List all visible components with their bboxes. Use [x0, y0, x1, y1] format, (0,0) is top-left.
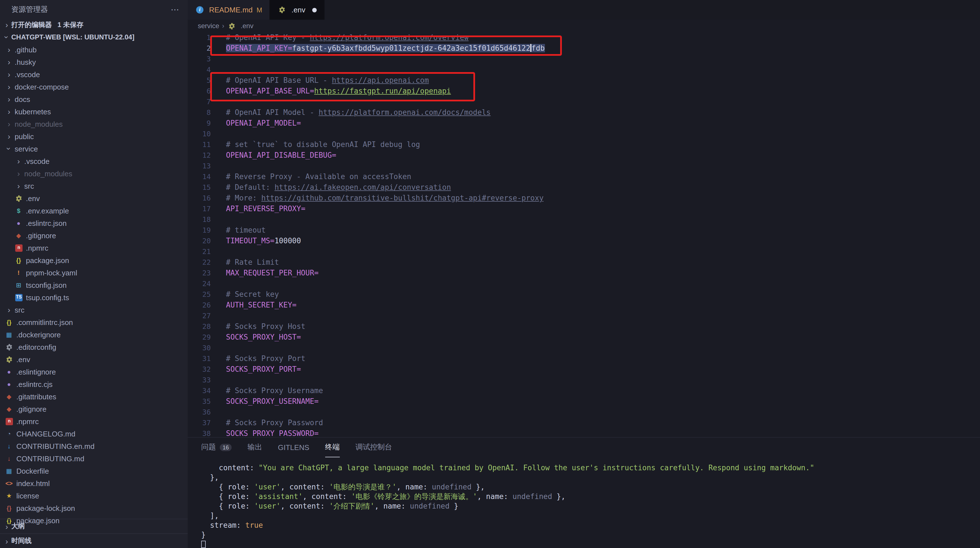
unsaved-dot-icon[interactable] — [312, 8, 317, 12]
tree-folder-kubernetes[interactable]: ›kubernetes — [0, 105, 188, 118]
explorer-title: 资源管理器 — [11, 4, 48, 14]
open-editors-section[interactable]: › 打开的编辑器 1 未保存 — [0, 19, 188, 31]
tree-folder-docs[interactable]: ›docs — [0, 93, 188, 105]
code-line-34[interactable]: 34# Socks Proxy Username — [188, 385, 980, 396]
tree-file-.env[interactable]: .env — [0, 353, 188, 365]
panel-tab-输出[interactable]: 输出 — [247, 438, 262, 457]
tree-folder-.vscode[interactable]: ›.vscode — [0, 68, 188, 81]
breadcrumb[interactable]: service›.env — [188, 20, 980, 32]
code-line-1[interactable]: 1# OpenAI API Key - https://platform.ope… — [188, 32, 980, 43]
tree-folder-docker-compose[interactable]: ›docker-compose — [0, 81, 188, 93]
breadcrumb-.env[interactable]: .env — [241, 22, 253, 30]
code-line-20[interactable]: 20TIMEOUT_MS=100000 — [188, 235, 980, 246]
tree-file-index.html[interactable]: <>index.html — [0, 477, 188, 489]
code-line-2[interactable]: 2OPENAI_API_KEY=fastgpt-y6b3axfbdd5wyp01… — [188, 43, 980, 54]
code-line-9[interactable]: 9OPENAI_API_MODEL= — [188, 118, 980, 129]
tree-file-.npmrc[interactable]: n.npmrc — [0, 415, 188, 427]
code-line-38[interactable]: 38SOCKS_PROXY_PASSWORD= — [188, 428, 980, 437]
tree-file-package.json[interactable]: {}package.json — [0, 254, 188, 267]
project-root-section[interactable]: › CHATGPT-WEB [WSL: UBUNTU-22.04] — [0, 31, 188, 43]
breadcrumb-service[interactable]: service — [198, 22, 219, 30]
tree-file-.npmrc[interactable]: n.npmrc — [0, 241, 188, 254]
tree-folder-node_modules[interactable]: ›node_modules — [0, 167, 188, 179]
tree-file-.gitattributes[interactable]: ◆.gitattributes — [0, 390, 188, 403]
tree-file-.env.example[interactable]: $.env.example — [0, 205, 188, 217]
terminal-output[interactable]: content: "You are ChatGPT, a large langu… — [188, 457, 980, 548]
line-text — [211, 54, 226, 64]
tree-file-Dockerfile[interactable]: ▦Dockerfile — [0, 465, 188, 477]
code-line-17[interactable]: 17API_REVERSE_PROXY= — [188, 203, 980, 214]
code-line-11[interactable]: 11# set `true` to disable OpenAI API deb… — [188, 139, 980, 150]
tree-file-.commitlintrc.json[interactable]: {}.commitlintrc.json — [0, 316, 188, 328]
code-line-18[interactable]: 18 — [188, 214, 980, 225]
tree-folder-.vscode[interactable]: ›.vscode — [0, 155, 188, 167]
braces-icon: {} — [14, 257, 23, 263]
tree-file-package-lock.json[interactable]: {}package-lock.json — [0, 502, 188, 514]
tree-file-.eslintignore[interactable]: ●.eslintignore — [0, 365, 188, 378]
tree-file-tsup.config.ts[interactable]: TStsup.config.ts — [0, 291, 188, 303]
tree-file-.dockerignore[interactable]: ▦.dockerignore — [0, 328, 188, 341]
tree-file-tsconfig.json[interactable]: ⊞tsconfig.json — [0, 279, 188, 291]
tree-file-CONTRIBUTING.en.md[interactable]: ↓CONTRIBUTING.en.md — [0, 440, 188, 452]
code-line-25[interactable]: 25# Secret key — [188, 289, 980, 300]
code-line-36[interactable]: 36 — [188, 407, 980, 417]
tab-.env[interactable]: .env — [270, 0, 325, 20]
code-line-4[interactable]: 4 — [188, 64, 980, 75]
panel-tab-终端[interactable]: 终端 — [325, 438, 340, 457]
code-line-14[interactable]: 14# Reverse Proxy - Available on accessT… — [188, 171, 980, 182]
code-line-10[interactable]: 10 — [188, 129, 980, 139]
tree-file-CHANGELOG.md[interactable]: ◔CHANGELOG.md — [0, 427, 188, 440]
tree-folder-src[interactable]: ›src — [0, 179, 188, 192]
tree-folder-node_modules[interactable]: ›node_modules — [0, 118, 188, 130]
code-line-30[interactable]: 30 — [188, 342, 980, 353]
code-line-23[interactable]: 23MAX_REQUEST_PER_HOUR= — [188, 267, 980, 278]
code-line-35[interactable]: 35SOCKS_PROXY_USERNAME= — [188, 396, 980, 407]
more-actions-icon[interactable]: ⋯ — [171, 4, 180, 14]
code-line-15[interactable]: 15# Default: https://ai.fakeopen.com/api… — [188, 182, 980, 192]
code-line-6[interactable]: 6OPENAI_API_BASE_URL=https://fastgpt.run… — [188, 86, 980, 96]
code-line-37[interactable]: 37# Socks Proxy Password — [188, 417, 980, 428]
tree-file-.gitignore[interactable]: ◆.gitignore — [0, 229, 188, 241]
tree-file-pnpm-lock.yaml[interactable]: !pnpm-lock.yaml — [0, 267, 188, 279]
tree-folder-src[interactable]: ›src — [0, 303, 188, 316]
code-line-27[interactable]: 27 — [188, 310, 980, 321]
code-line-16[interactable]: 16# More: https://github.com/transitive-… — [188, 192, 980, 203]
code-line-29[interactable]: 29SOCKS_PROXY_HOST= — [188, 332, 980, 342]
tree-folder-.github[interactable]: ›.github — [0, 43, 188, 56]
code-line-28[interactable]: 28# Socks Proxy Host — [188, 321, 980, 332]
tree-file-.eslintrc.cjs[interactable]: ●.eslintrc.cjs — [0, 378, 188, 390]
tree-file-CONTRIBUTING.md[interactable]: ↓CONTRIBUTING.md — [0, 452, 188, 465]
code-line-26[interactable]: 26AUTH_SECRET_KEY= — [188, 300, 980, 310]
code-line-8[interactable]: 8# OpenAI API Model - https://platform.o… — [188, 107, 980, 118]
ts-icon: TS — [15, 294, 22, 301]
tree-file-.gitignore[interactable]: ◆.gitignore — [0, 403, 188, 415]
tree-file-.env[interactable]: .env — [0, 192, 188, 205]
code-line-19[interactable]: 19# timeout — [188, 225, 980, 235]
tree-file-license[interactable]: ★license — [0, 489, 188, 502]
terminal-cursor — [201, 541, 206, 548]
code-line-3[interactable]: 3 — [188, 54, 980, 64]
code-editor[interactable]: 1# OpenAI API Key - https://platform.ope… — [188, 32, 980, 437]
code-line-22[interactable]: 22# Rate Limit — [188, 257, 980, 267]
code-line-21[interactable]: 21 — [188, 246, 980, 257]
panel-tab-GITLENS[interactable]: GITLENS — [278, 438, 309, 457]
tree-folder-service[interactable]: ›service — [0, 143, 188, 155]
tree-folder-public[interactable]: ›public — [0, 130, 188, 143]
code-line-12[interactable]: 12OPENAI_API_DISABLE_DEBUG= — [188, 150, 980, 160]
tree-file-.eslintrc.json[interactable]: ●.eslintrc.json — [0, 217, 188, 229]
tree-file-.editorconfig[interactable]: .editorconfig — [0, 341, 188, 353]
panel-tab-调试控制台[interactable]: 调试控制台 — [356, 438, 392, 457]
code-line-24[interactable]: 24 — [188, 278, 980, 289]
code-line-31[interactable]: 31# Socks Proxy Port — [188, 353, 980, 364]
code-line-32[interactable]: 32SOCKS_PROXY_PORT= — [188, 364, 980, 375]
code-line-13[interactable]: 13 — [188, 160, 980, 171]
panel-tab-问题[interactable]: 问题16 — [201, 438, 232, 457]
timeline-section[interactable]: › 时间线 — [0, 533, 188, 548]
line-text — [211, 407, 226, 417]
code-line-7[interactable]: 7 — [188, 96, 980, 107]
tab-README.md[interactable]: iREADME.mdM — [188, 0, 270, 20]
tree-folder-.husky[interactable]: ›.husky — [0, 56, 188, 68]
code-line-5[interactable]: 5# OpenAI API Base URL - https://api.ope… — [188, 75, 980, 86]
outline-section[interactable]: › 大纲 — [0, 519, 188, 533]
code-line-33[interactable]: 33 — [188, 375, 980, 385]
